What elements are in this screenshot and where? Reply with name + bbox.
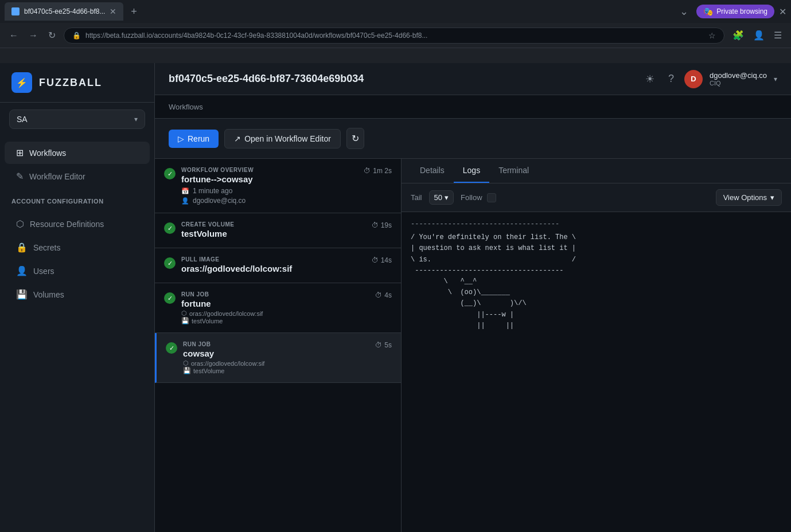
log-line: / You're definitely on their list. The \ — [411, 232, 782, 243]
resource-definitions-icon: ⬡ — [16, 218, 24, 229]
user-email: dgodlove@ciq.co — [710, 71, 767, 80]
log-line: (__)\ )\/\ — [411, 298, 782, 309]
rerun-button[interactable]: ▷ Rerun — [169, 130, 219, 148]
tab-list-button[interactable]: ⌄ — [676, 3, 692, 19]
top-bar-right: ☀ ? D dgodlove@ciq.co CIQ ▾ — [642, 69, 777, 89]
list-item[interactable]: ✓ CREATE VOLUME testVolume ⏱ 19s — [155, 213, 401, 248]
main-nav: ⊞ Workflows ✎ Workflow Editor — [0, 136, 154, 193]
list-item[interactable]: ✓ WORKFLOW OVERVIEW fortune-->cowsay ⏱ 1… — [155, 159, 401, 213]
volume-icon: 💾 — [183, 367, 191, 374]
refresh-button[interactable]: ↻ — [346, 128, 364, 149]
item-duration: ⏱ 19s — [372, 221, 392, 229]
sidebar-item-workflow-editor[interactable]: ✎ Workflow Editor — [5, 165, 150, 187]
log-line: \ ^__^ — [411, 276, 782, 287]
clock-icon: ⏱ — [375, 341, 382, 349]
view-options-chevron-icon: ▾ — [770, 193, 774, 202]
clock-icon: ⏱ — [364, 167, 371, 175]
sidebar-item-users[interactable]: 👤 Users — [5, 260, 150, 282]
clock-icon: ⏱ — [372, 256, 379, 264]
forward-button[interactable]: → — [26, 28, 40, 43]
logo-icon: ⚡ — [11, 72, 32, 93]
sidebar-item-resource-definitions[interactable]: ⬡ Resource Definitions — [5, 213, 150, 235]
log-line: ||----w | — [411, 310, 782, 320]
log-line: ------------------------------------ — [411, 265, 782, 276]
browser-close-button[interactable]: ✕ — [779, 6, 786, 17]
toolbar-icons: 🧩 👤 ☰ — [730, 28, 784, 43]
editor-label: Workflow Editor — [29, 172, 85, 181]
follow-toggle[interactable]: Follow — [461, 193, 496, 202]
url-bar[interactable]: 🔒 https://beta.fuzzball.io/accounts/4ba9… — [64, 28, 724, 44]
back-button[interactable]: ← — [7, 28, 21, 43]
action-buttons: ▷ Rerun ↗ Open in Workflow Editor ↻ — [169, 128, 364, 149]
list-item[interactable]: ✓ PULL IMAGE oras://godlovedc/lolcow:sif… — [155, 248, 401, 283]
help-button[interactable]: ? — [665, 69, 677, 88]
check-icon: ✓ — [166, 342, 177, 354]
breadcrumb: Workflows — [155, 95, 791, 119]
follow-checkbox[interactable] — [487, 193, 496, 202]
logo-text: FUZZBALL — [39, 77, 102, 89]
item-type: RUN JOB — [183, 341, 214, 347]
user-dropdown-icon[interactable]: ▾ — [774, 75, 777, 83]
log-line: | question to ask next is what list it | — [411, 243, 782, 254]
log-panel: Details Logs Terminal Tail 50 ▾ — [402, 159, 791, 532]
split-pane: ✓ WORKFLOW OVERVIEW fortune-->cowsay ⏱ 1… — [155, 159, 791, 532]
item-content: RUN JOB cowsay ⏱ 5s ⬡ oras://godl — [183, 341, 392, 374]
top-bar: bf0470c5-ee25-4d66-bf87-73604e69b034 ☀ ?… — [155, 63, 791, 95]
app-layout: ⚡ FUZZBALL SA ▾ ⊞ Workflows ✎ Workflow E… — [0, 63, 791, 532]
resource-definitions-label: Resource Definitions — [30, 220, 104, 229]
log-content: ------------------------------------ / Y… — [402, 212, 791, 532]
sidebar-item-volumes[interactable]: 💾 Volumes — [5, 283, 150, 306]
follow-label: Follow — [461, 193, 482, 202]
log-tabs: Details Logs Terminal — [402, 159, 791, 183]
tab-details[interactable]: Details — [411, 159, 454, 183]
private-label: Private browsing — [716, 7, 767, 15]
clock-icon: ⏱ — [372, 221, 379, 229]
menu-icon[interactable]: ☰ — [771, 28, 784, 43]
main-content: bf0470c5-ee25-4d66-bf87-73604e69b034 ☀ ?… — [155, 63, 791, 532]
tab-terminal[interactable]: Terminal — [489, 159, 538, 183]
org-selector[interactable]: SA ▾ — [9, 109, 145, 129]
users-icon: 👤 — [16, 265, 28, 276]
theme-toggle-button[interactable]: ☀ — [642, 69, 658, 89]
log-line: \ is. / — [411, 255, 782, 265]
url-text: https://beta.fuzzball.io/accounts/4ba982… — [85, 32, 427, 40]
item-type: CREATE VOLUME — [181, 221, 234, 228]
check-icon: ✓ — [164, 168, 176, 179]
tail-label: Tail — [411, 193, 422, 202]
view-options-button[interactable]: View Options ▾ — [716, 189, 782, 206]
profile-icon[interactable]: 👤 — [751, 28, 767, 43]
check-icon: ✓ — [164, 257, 176, 269]
item-image-tag: ⬡ oras://godlovedc/lolcow:sif — [183, 359, 392, 367]
log-line: || || — [411, 320, 782, 331]
tab-close-button[interactable]: ✕ — [110, 7, 116, 15]
sidebar-item-secrets[interactable]: 🔒 Secrets — [5, 236, 150, 259]
user-org: CIQ — [710, 80, 767, 87]
log-separator: ------------------------------------ — [411, 219, 782, 230]
account-config-section-label: ACCOUNT CONFIGURATION — [0, 193, 154, 207]
new-tab-button[interactable]: + — [126, 3, 142, 19]
item-name: testVolume — [181, 229, 234, 238]
refresh-icon: ↻ — [352, 134, 359, 143]
open-workflow-editor-button[interactable]: ↗ Open in Workflow Editor — [224, 129, 341, 148]
list-item[interactable]: ✓ RUN JOB cowsay ⏱ 5s — [155, 333, 401, 383]
tail-select[interactable]: 50 ▾ — [429, 190, 454, 205]
reload-button[interactable]: ↻ — [46, 28, 58, 43]
secrets-icon: 🔒 — [16, 242, 28, 253]
active-tab[interactable]: bf0470c5-ee25-4d66-bf8... ✕ — [5, 2, 123, 21]
browser-chrome: bf0470c5-ee25-4d66-bf8... ✕ + ⌄ 🎭 Privat… — [0, 0, 791, 63]
private-browsing-badge: 🎭 Private browsing — [696, 5, 774, 18]
sidebar-item-workflows[interactable]: ⊞ Workflows — [5, 142, 150, 164]
logo-initial: ⚡ — [16, 77, 28, 88]
item-name: oras://godlovedc/lolcow:sif — [181, 264, 292, 273]
item-type: WORKFLOW OVERVIEW — [181, 167, 254, 173]
extensions-icon[interactable]: 🧩 — [730, 28, 746, 43]
tab-logs[interactable]: Logs — [454, 159, 489, 183]
bookmark-icon[interactable]: ☆ — [708, 31, 716, 40]
user-info[interactable]: dgodlove@ciq.co CIQ — [710, 71, 767, 87]
address-bar: ← → ↻ 🔒 https://beta.fuzzball.io/account… — [0, 23, 791, 48]
list-item[interactable]: ✓ RUN JOB fortune ⏱ 4s — [155, 283, 401, 333]
secrets-label: Secrets — [33, 243, 60, 252]
workflows-icon: ⊞ — [16, 147, 24, 158]
user-avatar: D — [684, 70, 703, 88]
volumes-icon: 💾 — [16, 289, 28, 300]
